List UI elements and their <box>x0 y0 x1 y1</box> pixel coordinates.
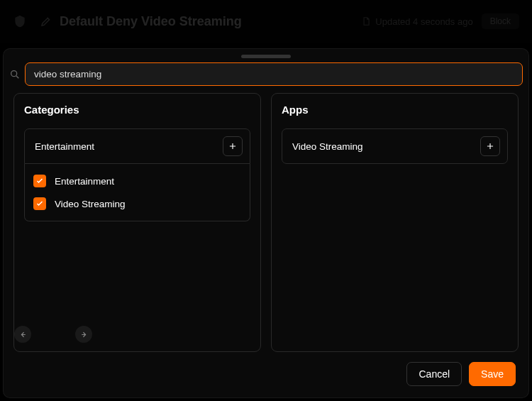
add-category-button[interactable] <box>223 136 243 156</box>
svg-point-0 <box>11 70 17 76</box>
plus-icon <box>228 141 238 151</box>
apps-title: Apps <box>282 104 508 116</box>
categories-title: Categories <box>24 104 250 116</box>
app-row: Video Streaming <box>282 128 508 164</box>
drag-handle[interactable] <box>241 55 291 58</box>
category-group-header: Entertainment <box>24 128 250 164</box>
apps-panel: Apps Video Streaming <box>271 93 519 352</box>
save-button[interactable]: Save <box>469 362 516 386</box>
item-label: Entertainment <box>55 176 114 187</box>
search-row <box>4 62 528 93</box>
category-group-label: Entertainment <box>35 141 94 152</box>
cancel-button[interactable]: Cancel <box>406 362 462 386</box>
add-app-button[interactable] <box>480 136 500 156</box>
next-button[interactable] <box>75 326 92 343</box>
plus-icon <box>485 141 495 151</box>
app-label: Video Streaming <box>292 141 363 152</box>
arrow-right-icon <box>79 330 89 339</box>
search-icon <box>9 69 21 80</box>
checkbox-checked-icon[interactable] <box>33 197 46 210</box>
svg-line-1 <box>16 76 18 78</box>
selection-sheet: Categories Entertainment Entertainment <box>3 48 529 398</box>
category-items: Entertainment Video Streaming <box>24 164 250 221</box>
search-input[interactable] <box>25 62 523 86</box>
prev-button[interactable] <box>14 326 31 343</box>
categories-panel: Categories Entertainment Entertainment <box>13 93 261 352</box>
list-item[interactable]: Entertainment <box>29 170 245 192</box>
sheet-footer: Cancel Save <box>4 352 528 397</box>
list-item[interactable]: Video Streaming <box>29 192 245 215</box>
arrow-left-icon <box>18 330 28 339</box>
checkbox-checked-icon[interactable] <box>33 175 46 187</box>
item-label: Video Streaming <box>55 199 126 209</box>
